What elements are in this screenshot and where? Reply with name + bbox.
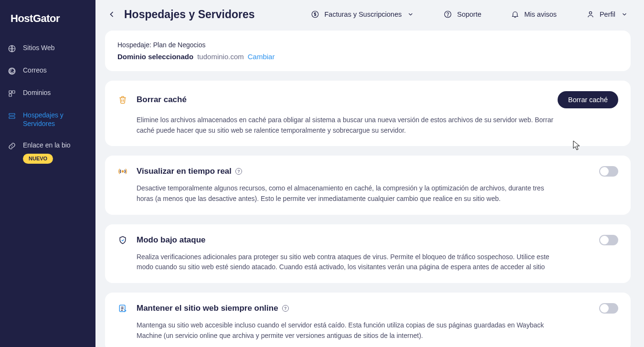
link-icon [8, 142, 16, 150]
brand-logo: HostGator [0, 7, 95, 37]
svg-rect-5 [9, 114, 15, 116]
sidebar-item-sitios-web[interactable]: Sitios Web [0, 37, 95, 60]
svg-rect-6 [9, 117, 15, 119]
billing-link[interactable]: Facturas y Suscripciones [308, 8, 417, 21]
selected-domain-value: tudominio.com [197, 53, 244, 61]
clear-cache-button[interactable]: Borrar caché [558, 91, 618, 108]
selected-domain-label: Dominio seleccionado [117, 53, 193, 61]
trash-icon [117, 95, 128, 105]
help-circle-icon [443, 10, 452, 19]
hosting-plan: Plan de Negocios [153, 41, 206, 49]
always-online-desc: Mantenga su sitio web accesible incluso … [117, 320, 557, 341]
sidebar-item-label: Hospedajes y Servidores [23, 111, 88, 128]
chevron-down-icon [407, 11, 414, 18]
svg-rect-3 [12, 91, 15, 93]
under-attack-desc: Realiza verificaciones adicionales para … [117, 252, 557, 273]
server-icon [8, 112, 16, 120]
bell-icon [511, 10, 519, 19]
always-online-toggle[interactable] [599, 303, 618, 314]
domains-icon [8, 89, 16, 98]
header-link-label: Soporte [457, 11, 481, 18]
change-domain-link[interactable]: Cambiar [248, 53, 275, 61]
main-content: Hospedajes y Servidores Facturas y Suscr… [95, 0, 644, 347]
sidebar-item-label: Dominios [23, 89, 51, 97]
sidebar-item-enlace-bio[interactable]: Enlace en la bio NUEVO [0, 135, 95, 170]
clear-cache-card: Borrar caché Borrar caché Elimine los ar… [105, 81, 631, 146]
hosting-info-card: Hospedaje: Plan de Negocios Dominio sele… [105, 31, 631, 71]
sidebar-item-label: Sitios Web [23, 44, 55, 53]
help-icon[interactable]: ? [282, 305, 289, 312]
realtime-toggle[interactable] [599, 166, 618, 177]
svg-point-11 [122, 171, 124, 173]
header-link-label: Perfil [600, 11, 615, 18]
realtime-card: Visualizar en tiempo real ? Desactive te… [105, 156, 631, 214]
sidebar-item-label: Correos [23, 66, 47, 75]
always-online-title: Mantener el sitio web siempre online [137, 304, 278, 313]
header: Hospedajes y Servidores Facturas y Suscr… [95, 0, 644, 31]
notices-link[interactable]: Mis avisos [508, 8, 560, 21]
sidebar-item-correos[interactable]: Correos [0, 60, 95, 82]
chevron-down-icon [621, 11, 628, 18]
under-attack-card: Modo bajo ataque Realiza verificaciones … [105, 224, 631, 283]
new-badge: NUEVO [23, 154, 53, 164]
realtime-desc: Desactive temporalmente algunos recursos… [117, 183, 557, 204]
sidebar-item-hospedajes[interactable]: Hospedajes y Servidores [0, 105, 95, 135]
always-online-card: Mantener el sitio web siempre online ? M… [105, 293, 631, 347]
sidebar-nav: Sitios Web Correos Dominios Hospedajes y… [0, 37, 95, 170]
broadcast-icon [117, 166, 128, 177]
clear-cache-desc: Elimine los archivos almacenados en cach… [117, 115, 557, 136]
back-button[interactable] [105, 8, 118, 21]
clear-cache-title: Borrar caché [137, 95, 187, 105]
mail-icon [8, 67, 16, 75]
page-title: Hospedajes y Servidores [124, 8, 255, 21]
svg-rect-2 [9, 91, 11, 93]
header-link-label: Mis avisos [524, 11, 557, 18]
under-attack-toggle[interactable] [599, 235, 618, 245]
uptime-icon [117, 303, 128, 314]
sidebar: HostGator Sitios Web Correos Dominios Ho… [0, 0, 95, 347]
globe-icon [8, 44, 16, 53]
dollar-icon [311, 10, 319, 19]
realtime-title: Visualizar en tiempo real [137, 167, 232, 176]
header-link-label: Facturas y Suscripciones [324, 11, 401, 18]
shield-icon [117, 235, 128, 245]
svg-rect-4 [9, 94, 11, 96]
help-icon[interactable]: ? [235, 168, 242, 175]
svg-point-10 [589, 11, 591, 14]
hosting-label: Hospedaje: [117, 41, 151, 49]
support-link[interactable]: Soporte [441, 8, 484, 21]
sidebar-item-label: Enlace en la bio [23, 141, 71, 150]
profile-link[interactable]: Perfil [583, 8, 631, 21]
svg-point-9 [448, 16, 448, 16]
user-icon [586, 10, 595, 19]
sidebar-item-dominios[interactable]: Dominios [0, 82, 95, 105]
under-attack-title: Modo bajo ataque [137, 235, 206, 245]
